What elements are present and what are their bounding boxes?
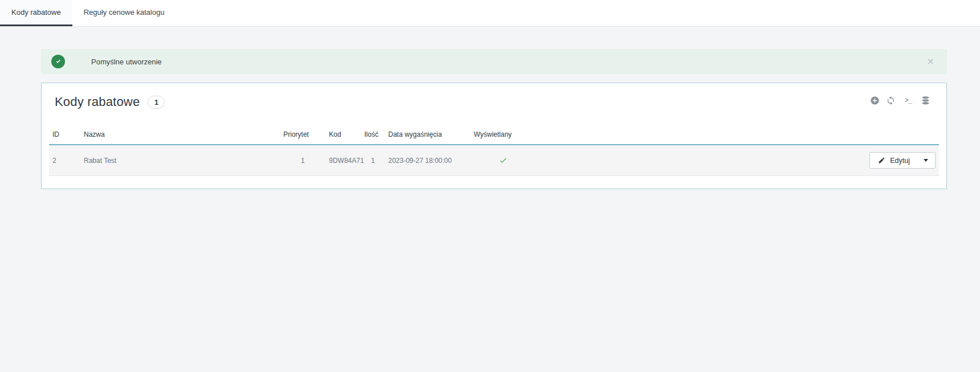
cell-expiry: 2023-09-27 18:00:00 xyxy=(385,145,470,176)
header-actions xyxy=(536,121,939,145)
discount-codes-panel: Kody rabatowe 1 >_ xyxy=(41,83,947,189)
table-header-row: ID Nazwa Priorytet Kod Ilość Data wygaśn… xyxy=(49,121,939,145)
terminal-icon[interactable]: >_ xyxy=(902,96,914,105)
pencil-icon xyxy=(878,157,885,164)
cell-priority: 1 xyxy=(280,145,326,176)
chevron-down-icon[interactable] xyxy=(924,159,928,162)
cell-actions: Edytuj xyxy=(536,145,939,176)
page-content: Pomyślne utworzenie × Kody rabatowe 1 >_ xyxy=(41,49,947,189)
cell-code: 9DW84A71 xyxy=(326,145,361,176)
edit-button[interactable]: Edytuj xyxy=(869,152,936,169)
close-icon[interactable]: × xyxy=(927,57,937,66)
header-id[interactable]: ID xyxy=(49,121,80,145)
panel-title: Kody rabatowe xyxy=(55,95,140,109)
cell-id: 2 xyxy=(49,145,80,176)
tab-reguly-cenowe-katalogu[interactable]: Reguły cenowe katalogu xyxy=(72,0,176,26)
cell-name: Rabat Test xyxy=(80,145,280,176)
displayed-check-icon xyxy=(499,156,507,164)
refresh-icon[interactable] xyxy=(886,96,896,105)
count-badge: 1 xyxy=(148,96,165,109)
header-data-wygasniecia[interactable]: Data wygaśnięcia xyxy=(385,121,470,145)
header-kod[interactable]: Kod xyxy=(326,121,361,145)
panel-toolbar: >_ xyxy=(870,96,930,105)
alert-message: Pomyślne utworzenie xyxy=(91,58,162,66)
cell-displayed xyxy=(470,145,536,176)
check-circle-icon xyxy=(51,55,65,68)
edit-button-label: Edytuj xyxy=(890,157,910,165)
discount-codes-table: ID Nazwa Priorytet Kod Ilość Data wygaśn… xyxy=(49,121,939,176)
header-nazwa[interactable]: Nazwa xyxy=(80,121,280,145)
panel-heading: Kody rabatowe 1 xyxy=(55,93,939,111)
header-wyswietlany[interactable]: Wyświetlany xyxy=(470,121,536,145)
cell-quantity: 1 xyxy=(361,145,385,176)
page-tabs: Kody rabatowe Reguły cenowe katalogu xyxy=(0,0,980,27)
tab-kody-rabatowe[interactable]: Kody rabatowe xyxy=(0,0,72,26)
database-icon[interactable] xyxy=(921,96,930,105)
header-ilosc[interactable]: Ilość xyxy=(361,121,385,145)
header-priorytet[interactable]: Priorytet xyxy=(280,121,326,145)
success-alert: Pomyślne utworzenie × xyxy=(41,49,947,74)
plus-circle-icon[interactable] xyxy=(870,96,880,105)
table-row[interactable]: 2 Rabat Test 1 9DW84A71 1 2023-09-27 18:… xyxy=(49,145,939,176)
